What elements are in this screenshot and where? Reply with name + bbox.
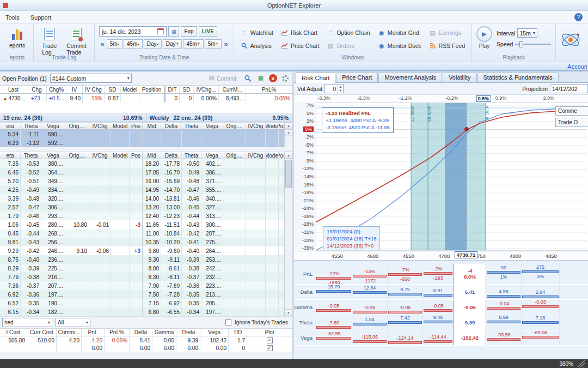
- spin-down-icon[interactable]: ▼: [339, 89, 342, 93]
- time-nav-45m[interactable]: 45m+: [183, 39, 203, 49]
- table-row[interactable]: 13.20-13.00-0.45327....: [143, 203, 284, 212]
- totals-row[interactable]: 505.80-510.004.20-4.20-0.05%5.41-0.059.3…: [0, 336, 292, 344]
- tab-statistics-fundamentals[interactable]: Statistics & Fundamentals: [477, 73, 559, 82]
- table-row[interactable]: 7.90-7.69-0.36223....: [143, 281, 284, 290]
- chain-scrollbar[interactable]: ▲ ▼: [284, 152, 292, 316]
- table-row[interactable]: 14.95-14.70-0.47355....: [143, 185, 284, 194]
- totals-row[interactable]: 0.000.000.000.000.000✓: [0, 344, 292, 352]
- all-filter-select[interactable]: All ▾: [56, 318, 90, 327]
- menu-support[interactable]: Support: [30, 14, 52, 21]
- table-row[interactable]: 10.35-10.20-0.41275....: [143, 238, 284, 246]
- summary-row[interactable]: ▲4730...+23...+0.5...9.40-15%0.87000.00%…: [0, 94, 292, 102]
- projection-date-input[interactable]: 14/12/202: [550, 84, 588, 93]
- resize-grip-icon[interactable]: [578, 360, 585, 367]
- time-nav-day[interactable]: Day+: [163, 39, 182, 49]
- position-selector[interactable]: #144 Custom ▾: [50, 74, 132, 83]
- time-nav-5m[interactable]: 5m+: [205, 39, 222, 49]
- exp-toggle[interactable]: Exp: [181, 26, 197, 37]
- table-row[interactable]: 5.20-0.51349....: [0, 177, 142, 185]
- windows-button-analysis[interactable]: Analysis: [238, 42, 275, 50]
- expiry-left[interactable]: 19 ene. 24 (36) 10.69%: [0, 113, 146, 122]
- export-icon[interactable]: ▦: [256, 74, 266, 83]
- reports-button[interactable]: eports: [5, 26, 29, 50]
- time-nav-5m[interactable]: 5m-: [107, 39, 122, 49]
- table-row[interactable]: 18.20-17.78-0.50402....: [143, 159, 284, 168]
- spin-up-icon[interactable]: ▲: [339, 85, 342, 89]
- tab-risk-chart[interactable]: Risk Chart: [296, 73, 335, 83]
- windows-button-monitor-grid[interactable]: ◉Monitor Grid: [376, 29, 424, 37]
- play-button[interactable]: ▶: [476, 26, 492, 42]
- scrollbar-thumb[interactable]: [285, 160, 292, 188]
- menu-tools[interactable]: Tools: [5, 14, 20, 21]
- table-row[interactable]: 7.15-6.92-0.35205....: [143, 299, 284, 307]
- trade-panel[interactable]: Trade O: [555, 118, 588, 127]
- position-scrollbar[interactable]: ▲ ▼: [284, 122, 292, 147]
- table-row[interactable]: 11.00-10.84-0.42287....: [143, 229, 284, 238]
- live-toggle[interactable]: LIVE: [199, 26, 217, 37]
- table-row[interactable]: 12.40-12.23-0.44313....: [143, 212, 284, 220]
- table-row[interactable]: 8.80-8.61-0.38242....: [143, 264, 284, 273]
- windows-button-monitor-dock[interactable]: ◉Monitor Dock: [376, 42, 424, 50]
- plot-checkbox[interactable]: ✓: [267, 345, 273, 351]
- interval-select[interactable]: 15m ▾: [517, 28, 537, 38]
- table-row[interactable]: 6.80-6.55-0.34197....: [143, 307, 284, 316]
- table-row[interactable]: 6.29-1.12592....: [0, 138, 142, 147]
- table-row[interactable]: 14.00-13.81-0.46340....: [143, 194, 284, 203]
- scroll-down-icon[interactable]: ▼: [285, 309, 292, 316]
- table-row[interactable]: 11.65-11.51-0.43300....: [143, 220, 284, 229]
- table-row[interactable]: 5.34-1.11590....: [0, 130, 142, 138]
- tab-movement-analysis[interactable]: Movement Analysis: [378, 73, 442, 82]
- table-row[interactable]: 7.35-0.53380....: [0, 159, 142, 168]
- slider-thumb[interactable]: [519, 41, 523, 47]
- trading-date-input[interactable]: ju. 14 dic. 2023: [99, 26, 167, 37]
- table-row[interactable]: 0.45-0.44268....: [0, 229, 142, 238]
- risk-chart-plot[interactable]: -4.20 Realized PnL +3 19ene. 4490 Put Δ …: [316, 102, 588, 251]
- table-row[interactable]: 4.25-0.49334....: [0, 185, 142, 194]
- table-row[interactable]: 1.06-0.45280....10.80-0.01-3: [0, 220, 142, 229]
- table-row[interactable]: 1.79-0.46293....: [0, 212, 142, 220]
- titlebar[interactable]: OptionNET Explorer: [0, 0, 588, 11]
- time-nav-day[interactable]: Day-: [144, 39, 162, 49]
- table-row[interactable]: 6.52-0.35190....: [0, 299, 142, 307]
- table-row[interactable]: 8.29-0.39225....: [0, 264, 142, 273]
- table-row[interactable]: 8.75-0.40236....: [0, 255, 142, 264]
- windows-button-price-chart[interactable]: Price Chart: [279, 42, 322, 50]
- commit-trade-button[interactable]: Commit Trade: [63, 26, 90, 57]
- table-row[interactable]: 16.00-15.69-0.48371....: [143, 177, 284, 185]
- scroll-up-icon[interactable]: ▲: [285, 122, 292, 129]
- table-row[interactable]: 6.45-0.52364....: [0, 168, 142, 177]
- table-row[interactable]: 9.30-9.11-0.39253....: [143, 255, 284, 264]
- table-row[interactable]: 9.80-9.60-0.40264....: [143, 246, 284, 255]
- account-link[interactable]: Accoun: [567, 63, 587, 70]
- close-position-icon[interactable]: ×: [269, 74, 277, 82]
- comments-panel[interactable]: Comme: [555, 106, 588, 116]
- table-row[interactable]: 7.50-7.28-0.35213....: [143, 290, 284, 299]
- table-row[interactable]: 6.92-0.36197....: [0, 290, 142, 299]
- windows-button-watchlist[interactable]: ≡Watchlist: [238, 29, 275, 37]
- table-row[interactable]: 2.57-0.47306....: [0, 203, 142, 212]
- table-row[interactable]: 7.79-0.38216....: [0, 273, 142, 281]
- jump-back-button[interactable]: «: [99, 39, 105, 49]
- table-row[interactable]: 17.05-16.70-0.49386....: [143, 168, 284, 177]
- tab-volatility[interactable]: Volatility: [443, 73, 476, 82]
- table-row[interactable]: 7.36-0.37207....: [0, 281, 142, 290]
- ignore-trades-checkbox[interactable]: [225, 319, 231, 325]
- windows-button-rss-feed[interactable]: RSS Feed: [427, 42, 467, 50]
- table-row[interactable]: 8.30-8.11-0.37232....: [143, 273, 284, 281]
- help-icon[interactable]: ?: [574, 13, 583, 21]
- zoom-level[interactable]: 380%: [559, 361, 573, 367]
- speed-slider[interactable]: [515, 44, 551, 45]
- table-row[interactable]: [143, 138, 284, 147]
- table-row[interactable]: 9.81-0.43256....: [0, 238, 142, 246]
- windows-button-option-chain[interactable]: ≡Option Chain: [324, 29, 372, 37]
- expiry-right[interactable]: Weekly 22 ene. 24 (39) 9.95%: [146, 113, 293, 122]
- jump-forward-button[interactable]: »: [223, 39, 229, 49]
- table-row[interactable]: 9.29-0.42246....9.10-0.06+3: [0, 246, 142, 255]
- table-row[interactable]: 6.15-0.34182....: [0, 307, 142, 316]
- gear-icon[interactable]: [280, 74, 290, 83]
- commit-button[interactable]: ▤ Commit: [205, 74, 240, 83]
- table-row[interactable]: [143, 130, 284, 138]
- tab-price-chart[interactable]: Price Chart: [336, 73, 378, 82]
- plot-checkbox[interactable]: ✓: [267, 337, 273, 343]
- windows-button-risk-chart[interactable]: Risk Chart: [279, 29, 322, 37]
